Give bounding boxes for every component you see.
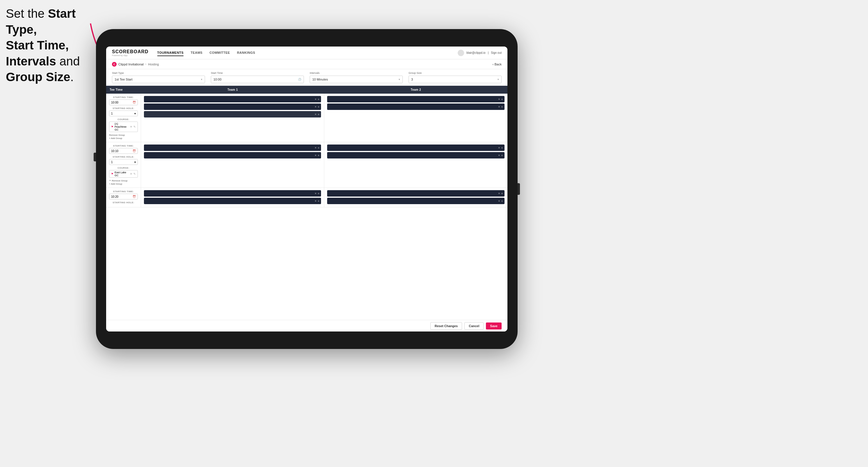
group-2-starting-time-input[interactable]: 10:10 ⏰: [109, 148, 138, 154]
back-button[interactable]: ‹ Back: [493, 63, 502, 66]
nav-right: blair@clippd.io | Sign out: [458, 50, 502, 56]
group-2-starting-hole-select[interactable]: 1 ▾: [109, 159, 138, 165]
logo-sub: Powered by clipp: [112, 54, 149, 56]
group-2-time-value: 10:10: [111, 150, 118, 153]
group-2-hole-chevron: ▾: [134, 160, 136, 164]
reset-changes-button[interactable]: Reset Changes: [430, 322, 462, 330]
sign-out-link[interactable]: Sign out: [491, 51, 502, 54]
player-status-dot: [318, 99, 319, 100]
group-2-team2-cell: ✕ ✕: [324, 142, 507, 188]
annotation-text: Set the Start Type,Start Time,Intervals …: [6, 7, 80, 84]
group-1-starting-hole-select[interactable]: 1 ▾: [109, 111, 138, 116]
player-status-dot: [318, 193, 319, 194]
group-1-starting-time-input[interactable]: 10:00 ⏰: [109, 99, 138, 105]
breadcrumb-section: Hosting: [148, 63, 159, 66]
start-type-select[interactable]: 1st Tee Start ▾: [112, 75, 205, 83]
nav-tournaments[interactable]: TOURNAMENTS: [157, 50, 184, 56]
nav-committee[interactable]: COMMITTEE: [209, 50, 230, 56]
group-2-course-tag: ⚑ East Lake GC ✕ ✎: [109, 170, 138, 178]
group-1-course-tag: ⚑ (A) Peachtree GC ✕ ✎: [109, 122, 138, 132]
player-remove-icon[interactable]: ✕: [498, 154, 500, 157]
group-size-group: Group Size 3 ▾: [408, 71, 502, 83]
tee-time-table[interactable]: Tee Time Team 1 Team 2 STARTING TIME: 10…: [106, 86, 507, 320]
app-logo: SCOREBOARD Powered by clipp: [112, 49, 149, 56]
group-2-course-edit[interactable]: ✎: [133, 173, 136, 175]
player-remove-icon[interactable]: ✕: [498, 105, 500, 108]
group-1-actions: Remove Group + Add Group: [109, 134, 138, 139]
group-1-course-label: COURSE:: [109, 118, 138, 121]
nav-teams[interactable]: TEAMS: [190, 50, 203, 56]
group-2-starting-hole-label: STARTING HOLE:: [109, 156, 138, 158]
group-1-main-row: STARTING TIME: 10:00 ⏰ STARTING HOLE: 1 …: [106, 94, 507, 142]
player-status-dot: [501, 99, 503, 100]
group-1-course-edit[interactable]: ✎: [133, 125, 136, 128]
group-size-label: Group Size: [408, 71, 502, 74]
group-1-hole-chevron: ▾: [134, 112, 136, 115]
nav-rankings[interactable]: RANKINGS: [237, 50, 255, 56]
group-1-team2-player-1: ✕: [327, 96, 504, 102]
group-row-1: STARTING TIME: 10:00 ⏰ STARTING HOLE: 1 …: [106, 94, 507, 142]
group-1-hole-value: 1: [111, 112, 113, 115]
start-time-select[interactable]: 10:00 🕐: [211, 75, 304, 83]
group-2-add-link[interactable]: + Add Group: [109, 183, 138, 185]
intervals-label: Intervals: [310, 71, 403, 74]
group-2-remove-link[interactable]: ⚬ Remove Group: [109, 179, 138, 182]
tablet-screen: SCOREBOARD Powered by clipp TOURNAMENTS …: [106, 46, 507, 332]
player-remove-icon[interactable]: ✕: [315, 192, 317, 195]
group-1-course-remove[interactable]: ✕: [130, 125, 132, 128]
group-3-team1-cell: ✕ ✕: [141, 188, 324, 207]
group-2-team1-player-1: ✕: [144, 145, 321, 151]
player-status-dot: [318, 114, 319, 115]
breadcrumb-bar: C Clippd Invitational › Hosting ‹ Back: [106, 59, 507, 69]
group-3-starting-hole-label: STARTING HOLE:: [109, 201, 138, 204]
group-1-add-link[interactable]: + Add Group: [109, 137, 138, 139]
intervals-select[interactable]: 10 Minutes ▾: [310, 75, 403, 83]
player-remove-icon[interactable]: ✕: [315, 105, 317, 108]
player-remove-icon[interactable]: ✕: [498, 192, 500, 195]
player-remove-icon[interactable]: ✕: [315, 154, 317, 157]
group-3-starting-time-input[interactable]: 10:20 ⏰: [109, 194, 138, 199]
group-3-time-value: 10:20: [111, 195, 118, 198]
breadcrumb-tournament[interactable]: Clippd Invitational: [118, 63, 144, 66]
group-3-team1-player-1: ✕: [144, 190, 321, 196]
intervals-chevron-icon: ▾: [399, 78, 400, 81]
start-time-label: Start Time: [211, 71, 304, 74]
player-status-dot: [318, 155, 319, 156]
tablet-frame: SCOREBOARD Powered by clipp TOURNAMENTS …: [96, 29, 518, 349]
start-type-group: Start Type 1st Tee Start ▾: [112, 71, 205, 83]
navbar: SCOREBOARD Powered by clipp TOURNAMENTS …: [106, 46, 507, 59]
course-icon-g2: ⚑: [111, 173, 114, 175]
group-1-team2-cell: ✕ ✕: [324, 94, 507, 142]
group-3-team2-cell: ✕ ✕: [324, 188, 507, 207]
cancel-button[interactable]: Cancel: [464, 322, 484, 330]
player-remove-icon[interactable]: ✕: [315, 200, 317, 203]
group-1-remove-link[interactable]: Remove Group: [109, 134, 138, 136]
group-2-team1-player-2: ✕: [144, 152, 321, 158]
save-button[interactable]: Save: [486, 322, 502, 330]
player-remove-icon[interactable]: ✕: [498, 200, 500, 203]
group-1-team1-player-2: ✕: [144, 103, 321, 110]
group-size-select[interactable]: 3 ▾: [408, 75, 502, 83]
group-row-2: STARTING TIME: 10:10 ⏰ STARTING HOLE: 1 …: [106, 142, 507, 188]
player-remove-icon[interactable]: ✕: [315, 113, 317, 116]
group-3-main-row: STARTING TIME: 10:20 ⏰ STARTING HOLE: ✕: [106, 188, 507, 207]
player-remove-icon[interactable]: ✕: [498, 147, 500, 149]
clock-icon-g1: ⏰: [133, 101, 136, 104]
group-1-starting-time-label: STARTING TIME:: [109, 96, 138, 99]
annotation-bold-1: Start Type,Start Time,Intervals: [6, 7, 75, 68]
player-status-dot: [501, 200, 503, 202]
start-type-value: 1st Tee Start: [115, 77, 133, 81]
annotation-block: Set the Start Type,Start Time,Intervals …: [6, 6, 99, 85]
player-status-dot: [318, 106, 319, 107]
player-status-dot: [318, 147, 319, 149]
breadcrumb-separator: ›: [145, 63, 146, 66]
group-2-course-remove[interactable]: ✕: [130, 173, 132, 175]
player-status-dot: [501, 106, 503, 107]
group-3-team2-player-2: ✕: [327, 198, 504, 204]
group-1-time-value: 10:00: [111, 101, 118, 104]
player-remove-icon[interactable]: ✕: [315, 98, 317, 101]
start-time-group: Start Time 10:00 🕐: [211, 71, 304, 83]
player-remove-icon[interactable]: ✕: [315, 147, 317, 149]
group-2-team2-player-1: ✕: [327, 145, 504, 151]
player-remove-icon[interactable]: ✕: [498, 98, 500, 101]
